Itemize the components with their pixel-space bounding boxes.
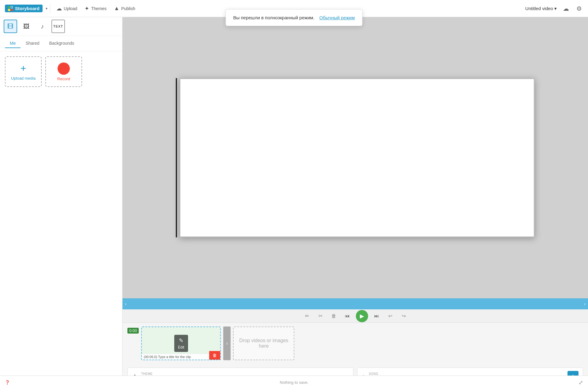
drop-zone-label: Drop videos or images here: [239, 338, 289, 349]
sq-red: [11, 9, 13, 11]
footer-help[interactable]: ❓: [5, 380, 10, 385]
nav-right: Untitled video ▾ ☁ ⚙: [525, 4, 583, 13]
timeline-arrow-right-icon[interactable]: ‹: [584, 301, 586, 306]
clip-title-text: Type a title for the clip: [158, 355, 191, 359]
logo-label: Storyboard: [15, 6, 40, 11]
center-content: › ‹ ✏ ✂ 🗑 ⏮ ▶ ⏭ ↩ ↪ 0:00 ✎ Edit: [123, 17, 588, 389]
clip-time: (00:06.0): [144, 355, 157, 359]
tab-text[interactable]: TEXT: [51, 20, 65, 33]
media-nav-shared[interactable]: Shared: [21, 39, 44, 48]
skip-back-button[interactable]: ⏮: [342, 311, 352, 321]
media-nav-me[interactable]: Me: [5, 39, 21, 48]
sq-yellow: [8, 9, 10, 11]
clip-chevron-icon[interactable]: ‹: [223, 327, 231, 360]
media-nav-backgrounds[interactable]: Backgrounds: [44, 39, 79, 48]
undo-button[interactable]: ↩: [385, 311, 395, 321]
redo-button[interactable]: ↪: [399, 311, 409, 321]
upload-icon: ☁: [56, 5, 62, 12]
sq-blue: [11, 6, 13, 8]
video-title-text: Untitled video: [525, 6, 553, 11]
tab-audio[interactable]: ♪: [36, 20, 49, 33]
video-title[interactable]: Untitled video ▾: [525, 6, 557, 11]
timeline-arrow-left-icon[interactable]: ›: [125, 301, 126, 306]
pencil-icon: ✎: [179, 337, 183, 344]
preview-divider: [176, 78, 177, 237]
upload-media-label: Upload media: [11, 76, 36, 81]
clip-title[interactable]: (00:06.0) Type a title for the clip: [142, 354, 209, 360]
clip-edit-button[interactable]: ✎ Edit: [174, 335, 188, 352]
storyboard-area: 0:00 ✎ Edit (00:06.0) Type a title for t…: [123, 323, 588, 364]
media-nav: Me Shared Backgrounds: [0, 36, 122, 51]
timeline-controls: ✏ ✂ 🗑 ⏮ ▶ ⏭ ↩ ↪: [123, 309, 588, 323]
help-icon: ❓: [5, 380, 10, 385]
plus-icon: +: [21, 63, 26, 74]
play-button[interactable]: ▶: [356, 310, 368, 322]
media-grid: + Upload media Record: [0, 51, 122, 92]
timeline-bar: › ‹: [123, 298, 588, 309]
tab-image[interactable]: 🖼: [20, 20, 33, 33]
cloud-save-icon[interactable]: ☁: [562, 4, 570, 13]
preview-canvas: [179, 78, 535, 237]
video-title-chevron-icon: ▾: [554, 6, 557, 11]
save-status: Nothing to save.: [280, 380, 309, 385]
theme-label: THEME: [141, 372, 349, 376]
sidebar-tabs: 🎞 🖼 ♪ TEXT: [0, 17, 122, 36]
song-label: SONG: [369, 372, 564, 376]
clip-edit-label: Edit: [178, 345, 184, 349]
clip-delete-button[interactable]: 🗑: [209, 351, 220, 360]
cut-control-button[interactable]: ✂: [315, 311, 325, 321]
time-badge: 0:00: [127, 328, 139, 334]
settings-icon[interactable]: ⚙: [575, 4, 583, 13]
themes-icon: ✦: [85, 5, 89, 12]
publish-label: Publish: [121, 6, 135, 11]
clip-item: ✎ Edit (00:06.0) Type a title for the cl…: [141, 327, 221, 360]
app-footer: ❓ Nothing to save. ⤢: [0, 376, 588, 389]
upload-media-button[interactable]: + Upload media: [5, 56, 42, 87]
preview-area: [123, 17, 588, 298]
logo-button[interactable]: Storyboard: [5, 5, 43, 12]
skip-forward-button[interactable]: ⏭: [372, 311, 382, 321]
upload-nav-button[interactable]: ☁ Upload: [53, 4, 81, 13]
logo-chevron-icon[interactable]: ▾: [46, 6, 47, 11]
fullscreen-icon[interactable]: ⤢: [579, 379, 583, 386]
main-layout: 🎞 🖼 ♪ TEXT Me Shared Backgrounds + Uploa…: [0, 17, 588, 389]
tooltip-message: Вы перешли в полноэкранный режим.: [233, 15, 314, 20]
record-button[interactable]: Record: [45, 56, 82, 87]
upload-label: Upload: [64, 6, 77, 11]
top-nav: Storyboard ▾ ☁ Upload ✦ Themes ▲ Publish…: [0, 0, 588, 17]
nav-separator: [50, 4, 50, 13]
record-icon: [58, 62, 70, 75]
delete-control-button[interactable]: 🗑: [329, 311, 339, 321]
fullscreen-tooltip: Вы перешли в полноэкранный режим. Обычны…: [225, 9, 362, 26]
publish-icon: ▲: [114, 5, 119, 12]
tab-video[interactable]: 🎞: [4, 20, 17, 33]
themes-nav-button[interactable]: ✦ Themes: [81, 4, 110, 13]
sq-green: [8, 6, 10, 8]
themes-label: Themes: [91, 6, 107, 11]
drop-zone[interactable]: Drop videos or images here: [233, 327, 294, 360]
logo-squares: [8, 6, 13, 11]
record-label: Record: [57, 77, 70, 81]
edit-control-button[interactable]: ✏: [302, 311, 312, 321]
sidebar: 🎞 🖼 ♪ TEXT Me Shared Backgrounds + Uploa…: [0, 17, 123, 389]
normal-mode-link[interactable]: Обычный режим: [319, 15, 355, 20]
publish-nav-button[interactable]: ▲ Publish: [110, 4, 139, 13]
